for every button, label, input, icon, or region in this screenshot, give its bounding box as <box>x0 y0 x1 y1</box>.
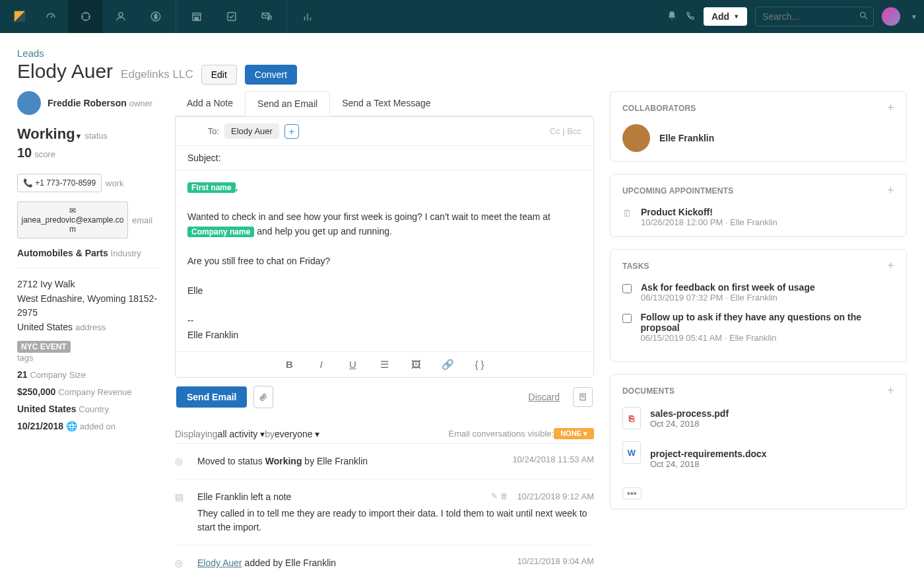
more-button[interactable]: ••• <box>622 488 642 499</box>
tags-label: tags <box>17 353 159 363</box>
page-header: Leads Elody Auer Edgelinks LLC Edit Conv… <box>0 33 924 91</box>
underline-icon[interactable]: U <box>346 359 360 371</box>
collaborator-avatar[interactable] <box>622 124 650 152</box>
task-title[interactable]: Ask for feedback on first week of usage <box>641 282 815 293</box>
visible-label: Email conversations visible: <box>448 429 554 439</box>
nav-deals-icon[interactable]: $ <box>138 0 173 33</box>
visibility-badge[interactable]: NONE ▾ <box>554 428 594 439</box>
merge-company-name[interactable]: Company name <box>187 227 254 237</box>
status-value[interactable]: Working <box>17 126 75 142</box>
add-task-button[interactable]: + <box>887 259 894 273</box>
industry-label: Industry <box>111 248 141 258</box>
score-label: score <box>34 149 55 159</box>
nav-tasks-icon[interactable] <box>214 0 249 33</box>
filter-activity[interactable]: all activity ▾ <box>218 429 265 439</box>
docx-icon: W <box>622 441 641 464</box>
score-value: 10 <box>17 145 32 160</box>
add-document-button[interactable]: + <box>887 384 894 398</box>
panel-title: DOCUMENTS <box>622 386 675 396</box>
document-date: Oct 24, 2018 <box>650 419 729 429</box>
svg-line-20 <box>865 17 867 18</box>
nav-contacts-icon[interactable] <box>103 0 138 33</box>
top-navbar: $ 31 Add▼ ▼ <box>0 0 924 33</box>
image-icon[interactable]: 🖼 <box>410 359 423 371</box>
note-icon: ▤ <box>175 491 188 534</box>
company-size-label: Company Size <box>30 370 86 380</box>
lead-name: Elody Auer <box>17 60 113 83</box>
tasks-panel: TASKS+ Ask for feedback on first week of… <box>610 249 907 362</box>
svg-point-19 <box>861 13 866 18</box>
add-collaborator-button[interactable]: + <box>887 101 894 115</box>
main-content: Add a Note Send an Email Send a Text Mes… <box>159 91 610 578</box>
task-title[interactable]: Follow up to ask if they have any questi… <box>641 312 894 333</box>
nav-reports-icon[interactable] <box>290 0 325 33</box>
search-input[interactable] <box>755 7 874 26</box>
subject-input[interactable] <box>226 153 581 163</box>
edit-icon[interactable]: ✎ <box>491 491 498 501</box>
nav-calendar-icon[interactable]: 31 <box>179 0 214 33</box>
pdf-icon: ⎘ <box>622 407 641 429</box>
tab-add-note[interactable]: Add a Note <box>175 91 245 116</box>
italic-icon[interactable]: I <box>315 359 328 371</box>
phone-icon[interactable] <box>685 11 696 23</box>
revenue-label: Company Revenue <box>58 387 131 397</box>
status-label: status <box>84 131 108 141</box>
nav-leads-icon[interactable] <box>68 0 103 33</box>
collaborator-name[interactable]: Elle Franklin <box>659 133 714 143</box>
send-email-button[interactable]: Send Email <box>176 386 247 408</box>
lead-link[interactable]: Elody Auer <box>197 558 242 568</box>
convert-button[interactable]: Convert <box>245 65 297 85</box>
bold-icon[interactable]: B <box>283 359 296 371</box>
task-item: Follow up to ask if they have any questi… <box>622 312 894 343</box>
tab-send-email[interactable]: Send an Email <box>245 91 330 116</box>
email-body[interactable]: First name, Wanted to check in and see h… <box>176 170 593 351</box>
list-icon[interactable]: ☰ <box>378 359 391 371</box>
email-value: janea_predovic@example.com <box>20 215 125 234</box>
bell-icon[interactable] <box>667 11 677 23</box>
edit-button[interactable]: Edit <box>201 65 237 85</box>
user-avatar[interactable] <box>882 7 900 26</box>
cc-bcc-toggle[interactable]: Cc | Bcc <box>550 126 581 136</box>
logo-icon[interactable] <box>7 3 33 30</box>
link-icon[interactable]: 🔗 <box>442 359 455 371</box>
country-value: United States <box>17 404 76 414</box>
address-line-1: 2712 Ivy Walk <box>17 277 159 291</box>
to-recipient[interactable]: Elody Auer <box>224 124 279 139</box>
panel-title: TASKS <box>622 262 649 271</box>
sidebar: Freddie Roberson owner Working▼ status 1… <box>17 91 159 578</box>
email-chip[interactable]: ✉ janea_predovic@example.com <box>17 201 128 238</box>
task-item: Ask for feedback on first week of usage … <box>622 282 894 303</box>
add-appointment-button[interactable]: + <box>887 184 894 198</box>
code-icon[interactable]: { } <box>473 359 486 371</box>
added-on-value: 10/21/2018 <box>17 421 63 431</box>
to-label: To: <box>187 126 219 136</box>
owner-avatar[interactable] <box>17 91 41 115</box>
nav-comms-icon[interactable] <box>249 0 284 33</box>
document-item[interactable]: ⎘ sales-process.pdf Oct 24, 2018 <box>622 407 894 429</box>
envelope-icon: ✉ <box>69 206 76 215</box>
svg-text:$: $ <box>154 14 157 20</box>
user-menu-caret-icon[interactable]: ▼ <box>911 13 917 20</box>
company-name: Edgelinks LLC <box>121 68 193 81</box>
nav-dashboard-icon[interactable] <box>33 0 68 33</box>
add-recipient-button[interactable]: + <box>284 124 299 139</box>
template-button[interactable] <box>573 387 593 407</box>
attach-button[interactable] <box>253 386 273 408</box>
appointment-title[interactable]: Product Kickoff! <box>641 207 777 217</box>
tab-send-text[interactable]: Send a Text Message <box>330 91 442 116</box>
phone-chip[interactable]: 📞 +1 773-770-8599 <box>17 174 102 192</box>
discard-link[interactable]: Discard <box>529 392 560 402</box>
add-button[interactable]: Add▼ <box>704 7 747 26</box>
merge-first-name[interactable]: First name <box>187 182 236 193</box>
activity-timestamp: 10/21/2018 9:12 AM <box>517 490 594 504</box>
document-item[interactable]: W project-requirements.docx Oct 24, 2018 <box>622 441 894 476</box>
panel-title: COLLABORATORS <box>622 104 696 113</box>
task-checkbox[interactable] <box>622 284 632 293</box>
filter-everyone[interactable]: everyone ▾ <box>275 429 319 439</box>
tag-badge[interactable]: NYC EVENT <box>17 341 71 353</box>
owner-label: owner <box>129 98 152 108</box>
breadcrumb[interactable]: Leads <box>17 48 907 59</box>
delete-icon[interactable]: 🗑 <box>500 491 508 501</box>
task-checkbox[interactable] <box>622 314 632 323</box>
target-icon: ◎ <box>175 558 188 570</box>
